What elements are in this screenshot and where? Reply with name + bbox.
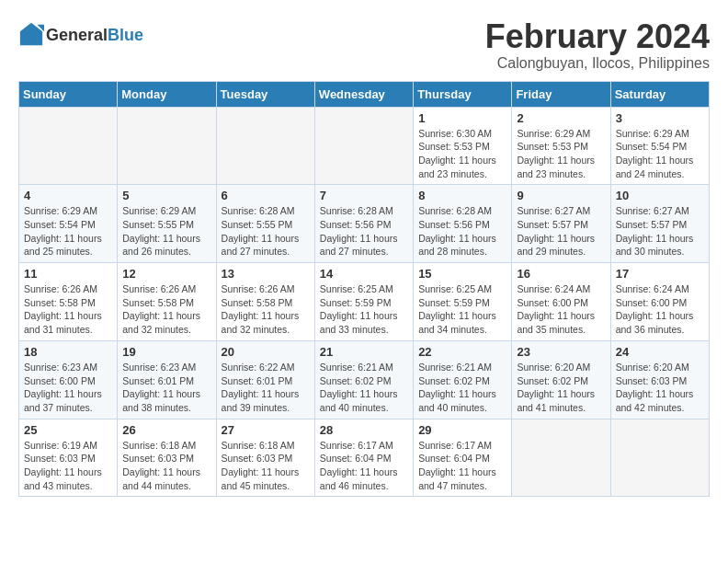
- calendar-cell: [118, 107, 216, 185]
- day-number: 11: [24, 267, 112, 281]
- day-info: Sunrise: 6:28 AMSunset: 5:55 PMDaylight:…: [222, 204, 310, 259]
- weekday-header-wednesday: Wednesday: [314, 81, 413, 107]
- day-number: 3: [616, 111, 704, 125]
- day-info: Sunrise: 6:29 AMSunset: 5:54 PMDaylight:…: [616, 127, 704, 181]
- calendar-subtitle: Calongbuyan, Ilocos, Philippines: [485, 55, 710, 72]
- calendar-cell: 26Sunrise: 6:18 AMSunset: 6:03 PMDayligh…: [118, 419, 216, 497]
- calendar-cell: 12Sunrise: 6:26 AMSunset: 5:58 PMDayligh…: [118, 263, 216, 341]
- calendar-cell: 7Sunrise: 6:28 AMSunset: 5:56 PMDaylight…: [314, 185, 413, 263]
- weekday-header-monday: Monday: [118, 81, 216, 107]
- weekday-header-friday: Friday: [512, 81, 610, 107]
- day-number: 17: [616, 267, 704, 281]
- week-row-3: 11Sunrise: 6:26 AMSunset: 5:58 PMDayligh…: [19, 263, 710, 341]
- day-number: 5: [122, 189, 210, 202]
- day-info: Sunrise: 6:30 AMSunset: 5:53 PMDaylight:…: [418, 127, 506, 181]
- calendar-cell: 14Sunrise: 6:25 AMSunset: 5:59 PMDayligh…: [314, 263, 413, 341]
- day-number: 25: [24, 423, 112, 437]
- day-number: 2: [517, 111, 605, 125]
- day-info: Sunrise: 6:28 AMSunset: 5:56 PMDaylight:…: [320, 204, 408, 259]
- weekday-header-tuesday: Tuesday: [216, 81, 314, 107]
- calendar-cell: 18Sunrise: 6:23 AMSunset: 6:00 PMDayligh…: [19, 340, 118, 419]
- day-number: 19: [122, 345, 210, 359]
- calendar-cell: 29Sunrise: 6:17 AMSunset: 6:04 PMDayligh…: [414, 419, 512, 497]
- calendar-cell: 8Sunrise: 6:28 AMSunset: 5:56 PMDaylight…: [414, 185, 512, 263]
- weekday-header-row: SundayMondayTuesdayWednesdayThursdayFrid…: [19, 81, 710, 107]
- calendar-cell: 4Sunrise: 6:29 AMSunset: 5:54 PMDaylight…: [19, 185, 118, 263]
- day-number: 27: [222, 423, 310, 437]
- day-info: Sunrise: 6:23 AMSunset: 6:00 PMDaylight:…: [24, 361, 112, 415]
- day-info: Sunrise: 6:20 AMSunset: 6:02 PMDaylight:…: [517, 361, 605, 415]
- day-number: 7: [320, 189, 408, 202]
- day-info: Sunrise: 6:25 AMSunset: 5:59 PMDaylight:…: [418, 282, 506, 337]
- day-number: 26: [122, 423, 210, 437]
- day-info: Sunrise: 6:26 AMSunset: 5:58 PMDaylight:…: [122, 282, 210, 337]
- day-number: 24: [616, 345, 704, 359]
- calendar-cell: 27Sunrise: 6:18 AMSunset: 6:03 PMDayligh…: [216, 419, 314, 497]
- day-info: Sunrise: 6:23 AMSunset: 6:01 PMDaylight:…: [122, 361, 210, 415]
- calendar-title: February 2024: [485, 18, 710, 55]
- calendar-cell: 6Sunrise: 6:28 AMSunset: 5:55 PMDaylight…: [216, 185, 314, 263]
- calendar-cell: 21Sunrise: 6:21 AMSunset: 6:02 PMDayligh…: [314, 340, 413, 419]
- day-number: 29: [418, 423, 506, 437]
- calendar-cell: 22Sunrise: 6:21 AMSunset: 6:02 PMDayligh…: [414, 340, 512, 419]
- week-row-1: 1Sunrise: 6:30 AMSunset: 5:53 PMDaylight…: [19, 107, 710, 185]
- calendar-cell: 11Sunrise: 6:26 AMSunset: 5:58 PMDayligh…: [19, 263, 118, 341]
- calendar-cell: 16Sunrise: 6:24 AMSunset: 6:00 PMDayligh…: [512, 263, 610, 341]
- calendar-cell: [216, 107, 314, 185]
- day-info: Sunrise: 6:24 AMSunset: 6:00 PMDaylight:…: [517, 282, 605, 337]
- calendar-cell: 13Sunrise: 6:26 AMSunset: 5:58 PMDayligh…: [216, 263, 314, 341]
- calendar-cell: 19Sunrise: 6:23 AMSunset: 6:01 PMDayligh…: [118, 340, 216, 419]
- day-info: Sunrise: 6:20 AMSunset: 6:03 PMDaylight:…: [616, 361, 704, 415]
- weekday-header-sunday: Sunday: [19, 81, 118, 107]
- calendar-cell: 15Sunrise: 6:25 AMSunset: 5:59 PMDayligh…: [414, 263, 512, 341]
- day-info: Sunrise: 6:18 AMSunset: 6:03 PMDaylight:…: [222, 439, 310, 493]
- calendar-cell: 10Sunrise: 6:27 AMSunset: 5:57 PMDayligh…: [610, 185, 709, 263]
- day-info: Sunrise: 6:21 AMSunset: 6:02 PMDaylight:…: [320, 361, 408, 415]
- day-number: 9: [517, 189, 605, 202]
- calendar-table: SundayMondayTuesdayWednesdayThursdayFrid…: [18, 81, 710, 498]
- weekday-header-saturday: Saturday: [610, 81, 709, 107]
- day-number: 21: [320, 345, 408, 359]
- day-info: Sunrise: 6:18 AMSunset: 6:03 PMDaylight:…: [122, 439, 210, 493]
- calendar-cell: 9Sunrise: 6:27 AMSunset: 5:57 PMDaylight…: [512, 185, 610, 263]
- day-number: 1: [418, 111, 506, 125]
- calendar-cell: [19, 107, 118, 185]
- calendar-cell: [314, 107, 413, 185]
- day-number: 14: [320, 267, 408, 281]
- day-number: 13: [222, 267, 310, 281]
- day-info: Sunrise: 6:17 AMSunset: 6:04 PMDaylight:…: [320, 439, 408, 493]
- calendar-cell: 24Sunrise: 6:20 AMSunset: 6:03 PMDayligh…: [610, 340, 709, 419]
- day-info: Sunrise: 6:19 AMSunset: 6:03 PMDaylight:…: [24, 439, 112, 493]
- logo-icon: [18, 21, 44, 47]
- day-info: Sunrise: 6:29 AMSunset: 5:53 PMDaylight:…: [517, 127, 605, 181]
- calendar-cell: 25Sunrise: 6:19 AMSunset: 6:03 PMDayligh…: [19, 419, 118, 497]
- calendar-cell: 20Sunrise: 6:22 AMSunset: 6:01 PMDayligh…: [216, 340, 314, 419]
- day-info: Sunrise: 6:27 AMSunset: 5:57 PMDaylight:…: [517, 204, 605, 259]
- calendar-cell: 23Sunrise: 6:20 AMSunset: 6:02 PMDayligh…: [512, 340, 610, 419]
- weekday-header-thursday: Thursday: [414, 81, 512, 107]
- day-number: 16: [517, 267, 605, 281]
- day-number: 10: [616, 189, 704, 202]
- day-number: 15: [418, 267, 506, 281]
- logo: GeneralBlue: [18, 23, 143, 49]
- week-row-5: 25Sunrise: 6:19 AMSunset: 6:03 PMDayligh…: [19, 419, 710, 497]
- day-info: Sunrise: 6:21 AMSunset: 6:02 PMDaylight:…: [418, 361, 506, 415]
- calendar-cell: 28Sunrise: 6:17 AMSunset: 6:04 PMDayligh…: [314, 419, 413, 497]
- day-number: 23: [517, 345, 605, 359]
- calendar-cell: 2Sunrise: 6:29 AMSunset: 5:53 PMDaylight…: [512, 107, 610, 185]
- day-number: 22: [418, 345, 506, 359]
- day-info: Sunrise: 6:27 AMSunset: 5:57 PMDaylight:…: [616, 204, 704, 259]
- calendar-cell: 1Sunrise: 6:30 AMSunset: 5:53 PMDaylight…: [414, 107, 512, 185]
- day-number: 12: [122, 267, 210, 281]
- calendar-cell: 5Sunrise: 6:29 AMSunset: 5:55 PMDaylight…: [118, 185, 216, 263]
- day-info: Sunrise: 6:29 AMSunset: 5:55 PMDaylight:…: [122, 204, 210, 259]
- day-info: Sunrise: 6:25 AMSunset: 5:59 PMDaylight:…: [320, 282, 408, 337]
- week-row-2: 4Sunrise: 6:29 AMSunset: 5:54 PMDaylight…: [19, 185, 710, 263]
- day-number: 8: [418, 189, 506, 202]
- day-info: Sunrise: 6:29 AMSunset: 5:54 PMDaylight:…: [24, 204, 112, 259]
- title-block: February 2024 Calongbuyan, Ilocos, Phili…: [485, 18, 710, 72]
- day-info: Sunrise: 6:28 AMSunset: 5:56 PMDaylight:…: [418, 204, 506, 259]
- calendar-cell: 17Sunrise: 6:24 AMSunset: 6:00 PMDayligh…: [610, 263, 709, 341]
- page-header: GeneralBlue February 2024 Calongbuyan, I…: [18, 18, 710, 72]
- calendar-cell: [512, 419, 610, 497]
